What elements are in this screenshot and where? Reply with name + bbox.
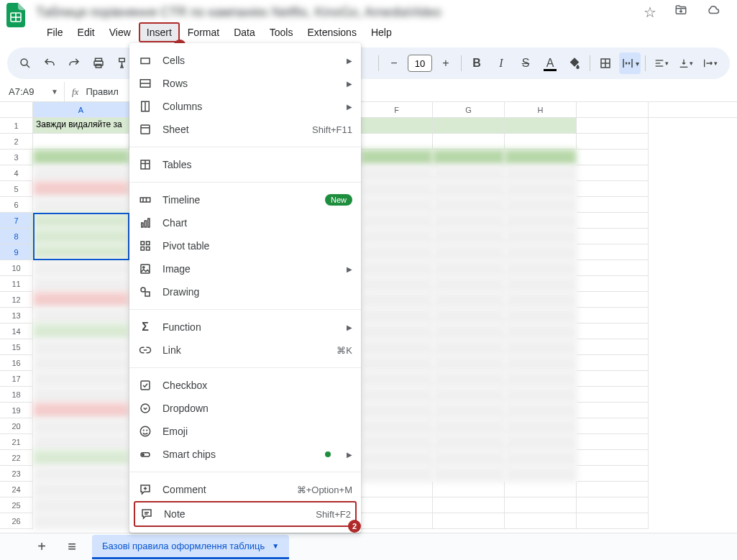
- text-color-button[interactable]: A: [539, 52, 561, 74]
- move-icon[interactable]: [674, 4, 688, 21]
- row-header[interactable]: 8: [0, 229, 33, 244]
- row-header[interactable]: 14: [0, 323, 33, 339]
- insert-emoji[interactable]: Emoji: [129, 420, 361, 443]
- insert-dropdown[interactable]: Dropdown: [129, 397, 361, 420]
- redo-icon[interactable]: [63, 52, 85, 74]
- font-size-minus[interactable]: −: [383, 52, 405, 74]
- col-header-f[interactable]: F: [361, 102, 433, 117]
- italic-button[interactable]: I: [490, 52, 512, 74]
- svg-point-43: [143, 430, 144, 431]
- insert-drawing[interactable]: Drawing: [129, 280, 361, 303]
- wrap-button[interactable]: ▾: [699, 52, 720, 74]
- row-header[interactable]: 23: [0, 466, 33, 482]
- row-header[interactable]: 15: [0, 339, 33, 355]
- insert-columns[interactable]: Columns ▶: [129, 95, 361, 118]
- row-header[interactable]: 22: [0, 450, 33, 466]
- menu-help[interactable]: Help: [365, 24, 398, 41]
- select-all-corner[interactable]: [0, 102, 33, 117]
- row-header[interactable]: 26: [0, 513, 33, 529]
- insert-comment[interactable]: Comment ⌘+Option+M: [129, 478, 361, 501]
- insert-sheet[interactable]: Sheet Shift+F11: [129, 118, 361, 141]
- row-header[interactable]: 18: [0, 387, 33, 403]
- insert-link[interactable]: Link ⌘K: [129, 339, 361, 362]
- formula-input[interactable]: Правил: [86, 86, 119, 97]
- row-header[interactable]: 4: [0, 165, 33, 181]
- row-header[interactable]: 1: [0, 118, 33, 134]
- search-icon[interactable]: [14, 52, 36, 74]
- cloud-icon[interactable]: [705, 4, 721, 21]
- checkbox-icon: [138, 378, 152, 393]
- star-icon[interactable]: ☆: [644, 4, 656, 21]
- menu-edit[interactable]: Edit: [71, 24, 101, 41]
- row-header[interactable]: 6: [0, 197, 33, 213]
- menu-extensions[interactable]: Extensions: [301, 24, 362, 41]
- document-title[interactable]: Таблиця порівняння CTR по кампаніях Netf…: [36, 5, 441, 20]
- insert-image[interactable]: Image ▶: [129, 257, 361, 280]
- col-header-g[interactable]: G: [433, 102, 505, 117]
- svg-rect-29: [142, 223, 143, 227]
- cell-a1[interactable]: Завжди видаляйте за: [33, 118, 129, 134]
- horizontal-align-button[interactable]: ▾: [650, 52, 672, 74]
- menu-insert[interactable]: Insert 1: [139, 22, 180, 42]
- row-header[interactable]: 16: [0, 355, 33, 371]
- borders-button[interactable]: [595, 52, 616, 74]
- row-header[interactable]: 7: [0, 213, 33, 229]
- chevron-right-icon: ▶: [341, 103, 352, 111]
- menu-format[interactable]: Format: [181, 24, 226, 41]
- insert-function[interactable]: Σ Function ▶: [129, 316, 361, 339]
- row-header[interactable]: 9: [0, 244, 33, 260]
- insert-note[interactable]: Note Shift+F2 2: [134, 501, 357, 527]
- insert-pivot-table[interactable]: Pivot table: [129, 234, 361, 257]
- col-header-a[interactable]: A: [33, 102, 129, 117]
- col-header-blank[interactable]: [577, 102, 649, 117]
- row-header[interactable]: 21: [0, 434, 33, 450]
- cells-icon: [138, 53, 152, 68]
- undo-icon[interactable]: [39, 52, 60, 74]
- insert-tables[interactable]: Tables: [129, 153, 361, 176]
- svg-rect-33: [147, 242, 150, 245]
- menu-data[interactable]: Data: [227, 24, 262, 41]
- row-header[interactable]: 25: [0, 497, 33, 513]
- svg-point-37: [143, 267, 145, 268]
- spreadsheet-grid[interactable]: 1 Завжди видаляйте за 234567891011121314…: [0, 118, 737, 529]
- insert-smart-chips[interactable]: Smart chips ▶: [129, 443, 361, 466]
- row-header[interactable]: 13: [0, 308, 33, 323]
- menu-view[interactable]: View: [103, 24, 137, 41]
- add-sheet-button[interactable]: +: [32, 537, 52, 557]
- row-header[interactable]: 19: [0, 403, 33, 418]
- insert-chart[interactable]: Chart: [129, 211, 361, 234]
- bold-button[interactable]: B: [466, 52, 487, 74]
- name-box[interactable]: A7:A9▼: [0, 82, 65, 101]
- insert-rows[interactable]: Rows ▶: [129, 72, 361, 95]
- font-size-plus[interactable]: +: [435, 52, 457, 74]
- strikethrough-button[interactable]: S: [515, 52, 536, 74]
- chevron-right-icon: ▶: [341, 323, 352, 331]
- row-header[interactable]: 17: [0, 371, 33, 387]
- chevron-down-icon[interactable]: ▼: [51, 88, 64, 96]
- vertical-align-button[interactable]: ▾: [674, 52, 696, 74]
- sheets-logo-icon[interactable]: [6, 2, 26, 28]
- merge-cells-button[interactable]: ▾: [619, 52, 641, 74]
- chevron-down-icon[interactable]: ▼: [272, 542, 279, 550]
- row-header[interactable]: 10: [0, 260, 33, 276]
- menu-file[interactable]: File: [40, 24, 70, 41]
- row-header[interactable]: 11: [0, 276, 33, 292]
- insert-timeline[interactable]: Timeline New: [129, 188, 361, 211]
- row-header[interactable]: 24: [0, 482, 33, 497]
- menu-tools[interactable]: Tools: [263, 24, 300, 41]
- svg-point-41: [141, 404, 150, 413]
- row-header[interactable]: 3: [0, 150, 33, 165]
- all-sheets-button[interactable]: ≡: [62, 537, 82, 557]
- insert-checkbox[interactable]: Checkbox: [129, 374, 361, 397]
- col-header-h[interactable]: H: [505, 102, 577, 117]
- font-size-input[interactable]: 10: [408, 55, 432, 72]
- row-header[interactable]: 5: [0, 181, 33, 197]
- fill-color-button[interactable]: [564, 52, 585, 74]
- row-header[interactable]: 2: [0, 134, 33, 150]
- print-icon[interactable]: [88, 52, 109, 74]
- row-header[interactable]: 20: [0, 418, 33, 434]
- separator-icon: [378, 55, 379, 71]
- insert-cells[interactable]: Cells ▶: [129, 49, 361, 72]
- sheet-tab-active[interactable]: Базові правила оформлення таблиць ▼: [92, 535, 289, 559]
- row-header[interactable]: 12: [0, 292, 33, 308]
